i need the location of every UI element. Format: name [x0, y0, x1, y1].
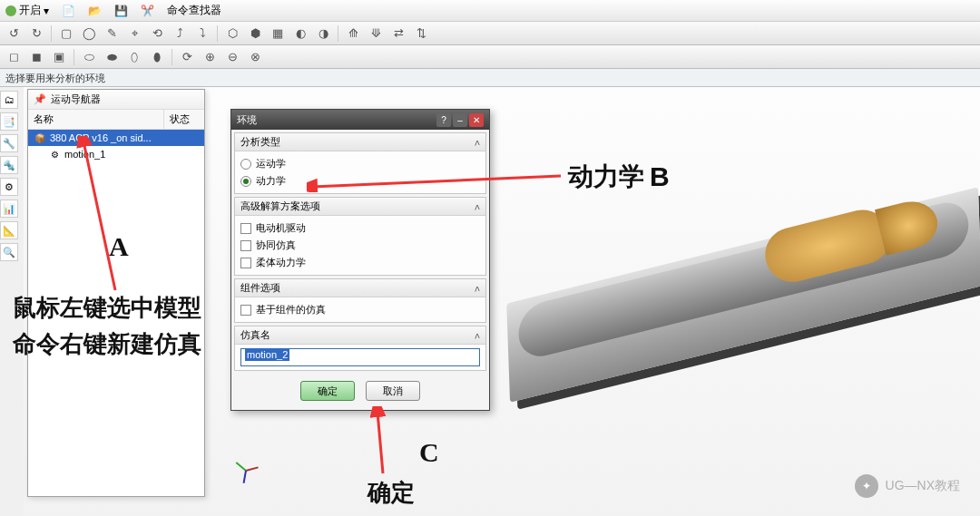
check-motor[interactable]: 电动机驱动	[240, 219, 480, 237]
menu-bar[interactable]: 开启 ▾ 📄 📂 💾 ✂️ 命令查找器	[0, 0, 980, 22]
tool-icon[interactable]: ⟰	[343, 24, 363, 44]
cancel-label: 取消	[383, 385, 403, 398]
tool-icon[interactable]: ▢	[56, 24, 76, 44]
annotation-arrow-c	[365, 406, 401, 479]
dialog-close-button[interactable]: ✕	[469, 113, 484, 127]
side-icon[interactable]: ⚙	[0, 178, 18, 196]
watermark-text: UG—NX教程	[886, 478, 960, 494]
tool-icon[interactable]: ⬡	[222, 24, 242, 44]
side-icon[interactable]: 📑	[0, 112, 18, 131]
tool-icon[interactable]: ⬮	[147, 47, 167, 67]
annotation-letter-a: A	[109, 231, 129, 262]
tool-icon[interactable]: ◼	[26, 47, 46, 67]
menu-start-label: 开启	[19, 3, 41, 18]
radio-icon	[240, 159, 251, 170]
cmdsearch-label: 命令查找器	[167, 3, 221, 18]
toolbar-row-1[interactable]: ↺ ↻ ▢ ◯ ✎ ⌖ ⟲ ⤴ ⤵ ⬡ ⬢ ▦ ◐ ◑ ⟰ ⟱ ⇄ ⇅	[0, 22, 980, 45]
dialog-title-text: 环境	[237, 113, 257, 127]
checkbox-icon	[240, 258, 251, 268]
menu-cmdsearch[interactable]: 命令查找器	[167, 3, 221, 18]
menu-tool-2[interactable]: 📂	[88, 5, 102, 17]
tool-icon[interactable]: ◑	[313, 24, 333, 44]
check-label: 基于组件的仿真	[256, 303, 326, 316]
navigator-item[interactable]: ⚙ motion_1	[28, 146, 204, 162]
tool-icon[interactable]: ✎	[102, 24, 122, 44]
side-icon[interactable]: 🔍	[0, 243, 18, 261]
nav-item-label: 380 ACP v16 _on sid...	[50, 132, 152, 143]
section-simname: 仿真名 ᴧ motion_2	[234, 326, 486, 371]
tool-icon[interactable]: ⤴	[170, 24, 190, 44]
status-strip: 选择要用来分析的环境	[0, 69, 980, 87]
tool-icon[interactable]: ▦	[268, 24, 288, 44]
tool-icon[interactable]: ⟱	[366, 24, 386, 44]
check-compbased[interactable]: 基于组件的仿真	[240, 301, 480, 318]
tool-icon[interactable]: ⟳	[177, 47, 197, 67]
environment-dialog[interactable]: 环境 ? – ✕ 分析类型 ᴧ 运动学 动力学 高级解算方案选项 ᴧ	[230, 109, 490, 411]
tool-icon[interactable]: ↻	[26, 24, 46, 44]
menu-tool-4[interactable]: ✂️	[141, 5, 154, 17]
annotation-letter-c: C	[419, 437, 439, 468]
checkbox-icon	[240, 223, 251, 234]
wechat-watermark: ✦ UG—NX教程	[855, 474, 960, 498]
start-icon	[5, 5, 16, 16]
side-icon[interactable]: 📊	[0, 200, 18, 218]
radio-icon	[240, 176, 251, 187]
radio-label: 运动学	[256, 157, 286, 170]
collapse-icon[interactable]: ᴧ	[475, 201, 480, 211]
tool-icon[interactable]: ⇄	[388, 24, 408, 44]
radio-dynamics[interactable]: 动力学	[240, 172, 480, 190]
collapse-icon[interactable]: ᴧ	[475, 330, 480, 340]
ok-label: 确定	[318, 385, 338, 398]
tool-icon[interactable]: ⟲	[147, 24, 167, 44]
tool-icon[interactable]: ◐	[290, 24, 310, 44]
tool-icon[interactable]: ▣	[49, 47, 69, 67]
dialog-titlebar[interactable]: 环境 ? – ✕	[231, 110, 489, 130]
tool-icon[interactable]: ◻	[4, 47, 24, 67]
view-triad	[232, 456, 260, 483]
menu-start[interactable]: 开启 ▾	[5, 3, 49, 18]
menu-tool-1[interactable]: 📄	[62, 5, 75, 17]
svg-line-2	[377, 412, 383, 473]
tool-icon[interactable]: ⬬	[102, 47, 122, 67]
check-cosim[interactable]: 协同仿真	[240, 237, 480, 254]
ok-button[interactable]: 确定	[300, 381, 355, 401]
collapse-icon[interactable]: ᴧ	[475, 137, 480, 147]
annotation-instruction-left: 鼠标左键选中模型命令右键新建仿真	[13, 290, 203, 363]
annotation-dynamics-text: 动力学	[568, 160, 644, 194]
simname-input[interactable]: motion_2	[240, 348, 480, 366]
check-label: 柔体动力学	[256, 256, 306, 269]
tool-icon[interactable]: ⊕	[200, 47, 220, 67]
tool-icon[interactable]: ◯	[79, 24, 99, 44]
side-icon[interactable]: 🔧	[0, 134, 18, 152]
navigator-item-selected[interactable]: 📦 380 ACP v16 _on sid...	[28, 130, 204, 146]
menu-tool-3[interactable]: 💾	[114, 5, 128, 17]
pin-icon[interactable]: 📌	[34, 93, 46, 105]
radio-label: 动力学	[256, 174, 286, 188]
dialog-button-row: 确定 取消	[231, 374, 489, 410]
dialog-min-button[interactable]: –	[453, 113, 467, 127]
check-label: 电动机驱动	[256, 221, 306, 235]
navigator-header: 名称 状态	[28, 110, 204, 130]
annotation-letter-b: B	[650, 161, 670, 192]
check-flex[interactable]: 柔体动力学	[240, 254, 480, 271]
collapse-icon[interactable]: ᴧ	[475, 283, 480, 293]
tool-icon[interactable]: ⊖	[222, 47, 242, 67]
tool-icon[interactable]: ⬭	[79, 47, 99, 67]
wechat-icon: ✦	[855, 474, 878, 498]
radio-kinematics[interactable]: 运动学	[240, 155, 480, 172]
side-icon[interactable]: 📐	[0, 221, 18, 239]
tool-icon[interactable]: ⤵	[192, 24, 212, 44]
toolbar-row-2[interactable]: ◻ ◼ ▣ ⬭ ⬬ ⬯ ⬮ ⟳ ⊕ ⊖ ⊗	[0, 45, 980, 69]
dialog-help-button[interactable]: ?	[436, 113, 451, 127]
tool-icon[interactable]: ⌖	[124, 24, 144, 44]
side-icon[interactable]: 🗂	[0, 91, 18, 109]
tool-icon[interactable]: ⊗	[245, 47, 265, 67]
left-icon-bar[interactable]: 🗂 📑 🔧 🔩 ⚙ 📊 📐 🔍	[0, 87, 20, 261]
tool-icon[interactable]: ⇅	[411, 24, 431, 44]
tool-icon[interactable]: ⬢	[245, 24, 265, 44]
side-icon[interactable]: 🔩	[0, 156, 18, 174]
tool-icon[interactable]: ⬯	[124, 47, 144, 67]
tool-icon[interactable]: ↺	[4, 24, 24, 44]
cancel-button[interactable]: 取消	[366, 381, 420, 401]
nav-item-label: motion_1	[64, 149, 105, 160]
